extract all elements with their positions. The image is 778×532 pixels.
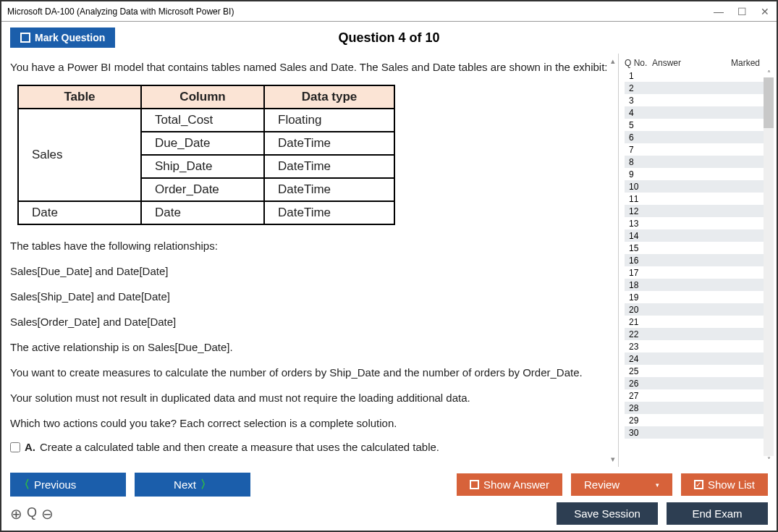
zoom-out-icon[interactable]: ⊖ [41, 505, 54, 523]
exhibit-table: Table Column Data type Sales Total_Cost … [17, 85, 395, 225]
question-number: 15 [625, 243, 652, 253]
answer-option-a[interactable]: A. Create a calculated table and then cr… [10, 441, 609, 453]
option-text: Create a calculated table and then creat… [40, 441, 439, 453]
option-checkbox[interactable] [10, 442, 20, 452]
question-number: 10 [625, 182, 652, 192]
question-intro: You have a Power BI model that contains … [10, 59, 609, 75]
table-cell: DateTime [264, 201, 394, 224]
checkbox-checked-icon [694, 480, 703, 489]
question-list-row[interactable]: 15 [625, 242, 764, 254]
question-number: 26 [625, 379, 652, 389]
question-list-row[interactable]: 1 [625, 69, 764, 82]
question-text: Which two actions could you take? Each c… [10, 415, 609, 431]
question-list-row[interactable]: 16 [625, 254, 764, 266]
chevron-right-icon: 〉 [200, 478, 211, 491]
question-list-row[interactable]: 3 [625, 94, 764, 106]
question-number: 23 [625, 342, 652, 352]
question-text: Sales[Order_Date] and Date[Date] [10, 314, 609, 329]
question-list-row[interactable]: 27 [625, 389, 764, 402]
question-list-row[interactable]: 2 [625, 82, 764, 94]
table-cell: Date [141, 201, 264, 224]
question-list-row[interactable]: 11 [625, 193, 764, 205]
question-text: You want to create measures to calculate… [10, 365, 609, 380]
question-list-row[interactable]: 20 [625, 303, 764, 316]
question-number: 28 [625, 403, 652, 413]
window-title: Microsoft DA-100 (Analyzing Data with Mi… [7, 7, 234, 17]
question-number: 5 [625, 120, 652, 130]
question-number: 3 [625, 96, 652, 106]
question-list-row[interactable]: 14 [625, 229, 764, 242]
question-list-row[interactable]: 8 [625, 156, 764, 168]
question-list-row[interactable]: 4 [625, 106, 764, 119]
question-list-row[interactable]: 17 [625, 266, 764, 279]
question-number: 7 [625, 145, 652, 155]
close-icon[interactable]: ✕ [759, 6, 771, 17]
question-list-row[interactable]: 10 [625, 180, 764, 193]
table-cell: DateTime [264, 132, 394, 155]
question-list-row[interactable]: 26 [625, 377, 764, 389]
show-list-button[interactable]: Show List [681, 473, 768, 496]
show-answer-button[interactable]: Show Answer [457, 473, 562, 496]
checkbox-icon [470, 480, 479, 489]
question-list-row[interactable]: 21 [625, 316, 764, 328]
question-number: 13 [625, 219, 652, 229]
question-list-row[interactable]: 7 [625, 143, 764, 156]
question-number: 16 [625, 256, 652, 266]
question-list-row[interactable]: 24 [625, 352, 764, 365]
checkbox-icon [20, 33, 30, 43]
titlebar: Microsoft DA-100 (Analyzing Data with Mi… [1, 1, 777, 22]
table-header: Data type [264, 85, 394, 109]
question-list-row[interactable]: 9 [625, 168, 764, 180]
question-list-row[interactable]: 13 [625, 217, 764, 229]
zoom-reset-icon[interactable]: ⊕ [10, 505, 22, 523]
question-list[interactable]: 1234567891011121314151617181920212223242… [625, 69, 764, 464]
question-number: 4 [625, 108, 652, 118]
question-text: Your solution must not result in duplica… [10, 390, 609, 405]
question-list-row[interactable]: 30 [625, 426, 764, 439]
question-number: 30 [625, 428, 652, 438]
zoom-in-icon[interactable]: Q [27, 505, 37, 523]
table-cell: Sales [18, 109, 141, 201]
maximize-icon[interactable]: ☐ [736, 6, 748, 17]
question-list-row[interactable]: 5 [625, 119, 764, 131]
option-letter: A. [25, 441, 35, 453]
question-counter: Question 4 of 10 [338, 30, 439, 46]
previous-button[interactable]: 〈 Previous [10, 473, 126, 497]
question-number: 2 [625, 83, 652, 93]
question-list-row[interactable]: 12 [625, 205, 764, 217]
question-list-row[interactable]: 25 [625, 365, 764, 377]
question-list-row[interactable]: 22 [625, 328, 764, 340]
question-number: 18 [625, 280, 652, 290]
next-button[interactable]: Next 〉 [135, 473, 250, 497]
question-number: 20 [625, 305, 652, 315]
scroll-down-icon[interactable]: ▾ [611, 455, 615, 464]
table-header: Column [141, 85, 264, 109]
scroll-down-icon[interactable]: ˅ [764, 456, 774, 464]
table-cell: Total_Cost [141, 109, 264, 132]
question-list-row[interactable]: 23 [625, 340, 764, 352]
scroll-up-icon[interactable]: ▴ [611, 56, 615, 66]
mark-question-button[interactable]: Mark Question [10, 28, 115, 48]
scrollbar-thumb[interactable] [764, 77, 774, 128]
question-list-row[interactable]: 28 [625, 402, 764, 414]
scrollbar[interactable]: ˄ ˅ [764, 69, 774, 464]
list-header-marked: Marked [717, 58, 774, 68]
question-text: Sales[Due_Date] and Date[Date] [10, 263, 609, 279]
question-number: 25 [625, 366, 652, 376]
minimize-icon[interactable]: — [713, 6, 724, 17]
table-cell: Floating [264, 109, 394, 132]
scroll-up-icon[interactable]: ˄ [764, 69, 774, 77]
chevron-left-icon: 〈 [19, 478, 30, 491]
table-header: Table [18, 85, 141, 109]
question-list-row[interactable]: 6 [625, 131, 764, 143]
table-cell: Due_Date [141, 132, 264, 155]
save-session-button[interactable]: Save Session [557, 502, 658, 525]
end-exam-button[interactable]: End Exam [667, 502, 768, 525]
review-button[interactable]: Review ▾ [571, 473, 672, 496]
question-list-row[interactable]: 18 [625, 279, 764, 291]
question-list-row[interactable]: 29 [625, 414, 764, 426]
question-number: 9 [625, 169, 652, 180]
question-number: 22 [625, 329, 652, 339]
question-list-row[interactable]: 19 [625, 291, 764, 303]
list-header-answer: Answer [652, 58, 717, 68]
